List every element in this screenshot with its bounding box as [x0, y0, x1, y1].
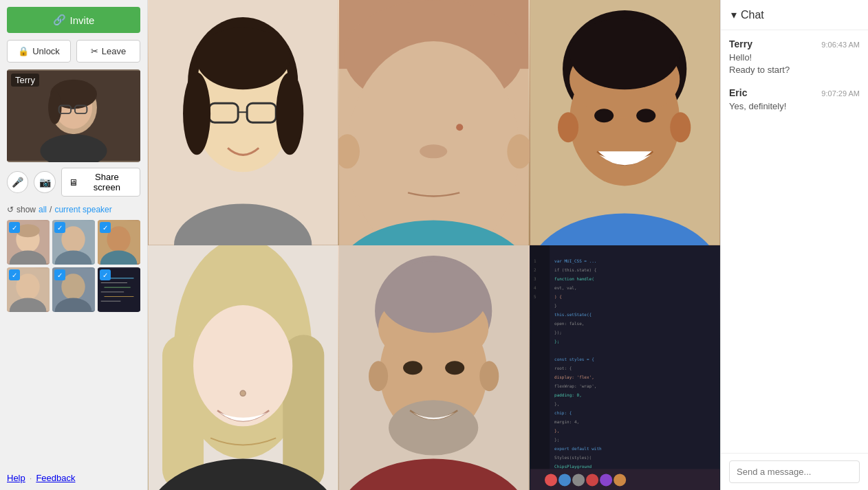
svg-text:2: 2 — [534, 267, 536, 272]
chat-meta-1: Terry 9:06:43 AM — [729, 38, 860, 49]
chat-chevron-icon: ▾ — [731, 8, 737, 21]
mic-icon: 🎤 — [12, 177, 23, 188]
chat-time-2: 9:07:29 AM — [821, 89, 860, 98]
thumbnail-6[interactable]: ✓ — [98, 267, 140, 312]
screen-icon: 🖥 — [69, 177, 78, 188]
thumb-check-5: ✓ — [54, 269, 65, 280]
main-video-grid: var MUI_CSS = ... if (this.state) { func… — [148, 0, 720, 490]
thumb-check-4: ✓ — [9, 269, 20, 280]
chat-message-1: Terry 9:06:43 AM Hello!Ready to start? — [729, 38, 860, 76]
video-cell-2 — [338, 0, 529, 245]
invite-button[interactable]: 🔗 Invite — [7, 7, 140, 33]
svg-text:3: 3 — [534, 276, 536, 281]
unlock-button[interactable]: 🔒 Unlock — [7, 40, 71, 63]
action-buttons: 🔒 Unlock ✂ Leave — [7, 40, 140, 63]
camera-icon: 📷 — [39, 177, 51, 188]
chat-panel: ▾ Chat Terry 9:06:43 AM Hello!Ready to s… — [720, 0, 868, 490]
video-cell-6: var MUI_CSS = ... if (this.state) { func… — [530, 245, 720, 491]
dot-sep: · — [30, 473, 32, 483]
leave-button[interactable]: ✂ Leave — [76, 40, 140, 63]
svg-point-117 — [558, 474, 571, 486]
all-filter-link[interactable]: all — [39, 205, 47, 214]
filter-separator: / — [50, 205, 52, 214]
svg-point-81 — [369, 361, 388, 391]
chat-input-area — [721, 453, 868, 490]
svg-point-120 — [600, 474, 612, 486]
svg-point-121 — [614, 474, 626, 486]
thumbnail-3[interactable]: ✓ — [98, 220, 140, 265]
svg-text:this.setState({: this.setState({ — [554, 312, 592, 317]
svg-text:flexWrap: 'wrap',: flexWrap: 'wrap', — [554, 383, 596, 389]
thumbnail-2[interactable]: ✓ — [52, 220, 95, 265]
svg-text:margin: 4,: margin: 4, — [554, 419, 579, 425]
chat-header-label: Chat — [741, 9, 764, 21]
share-screen-label: Share screen — [81, 172, 133, 192]
svg-text:padding: 0,: padding: 0, — [554, 392, 582, 398]
svg-text:open: false,: open: false, — [554, 321, 584, 326]
svg-point-118 — [572, 474, 585, 486]
self-preview: Terry — [7, 69, 140, 162]
feedback-link[interactable]: Feedback — [36, 473, 75, 483]
svg-text:) {: ) { — [554, 294, 562, 299]
svg-point-59 — [594, 109, 614, 122]
svg-point-36 — [196, 27, 290, 89]
svg-text:},: }, — [554, 428, 559, 433]
svg-point-82 — [480, 361, 499, 391]
thumbnail-5[interactable]: ✓ — [52, 267, 95, 312]
svg-text:if (this.state) {: if (this.state) { — [554, 267, 596, 272]
chat-sender-2: Eric — [729, 87, 747, 98]
svg-text:ChipsPlayground: ChipsPlayground — [554, 464, 592, 469]
svg-point-77 — [380, 261, 487, 333]
camera-button[interactable]: 📷 — [34, 171, 55, 193]
thumb-check-6: ✓ — [100, 269, 111, 280]
scissors-icon: ✂ — [91, 46, 98, 56]
chat-input[interactable] — [729, 460, 860, 483]
thumbnail-4[interactable]: ✓ — [7, 267, 50, 312]
svg-point-69 — [193, 305, 292, 426]
svg-text:}: } — [554, 303, 557, 308]
svg-text:1: 1 — [534, 258, 536, 263]
self-name-label: Terry — [11, 74, 39, 87]
chat-messages: Terry 9:06:43 AM Hello!Ready to start? E… — [721, 30, 868, 453]
svg-text:Styles(styles)(: Styles(styles)( — [554, 455, 592, 460]
svg-text:evt, val,: evt, val, — [554, 285, 577, 290]
svg-point-49 — [457, 124, 464, 131]
svg-point-79 — [403, 361, 422, 375]
video-cell-5 — [338, 245, 529, 491]
thumb-check-2: ✓ — [54, 222, 65, 233]
unlock-label: Unlock — [32, 46, 60, 56]
svg-point-116 — [545, 474, 557, 486]
svg-text:export default with: export default with — [554, 446, 602, 452]
svg-text:},: }, — [554, 401, 559, 406]
share-screen-button[interactable]: 🖥 Share screen — [61, 168, 140, 197]
svg-point-60 — [636, 109, 655, 122]
svg-text:4: 4 — [534, 285, 536, 290]
svg-point-70 — [240, 390, 246, 396]
svg-text:function handle(: function handle( — [554, 276, 594, 281]
svg-point-80 — [446, 361, 465, 375]
svg-text:var MUI_CSS = ...: var MUI_CSS = ... — [554, 258, 596, 264]
svg-point-48 — [420, 144, 447, 158]
svg-text:root: {: root: { — [554, 366, 572, 370]
current-speaker-filter-link[interactable]: current speaker — [54, 205, 111, 214]
footer-links: Help · Feedback — [0, 466, 147, 490]
thumbnail-1[interactable]: ✓ — [7, 220, 50, 265]
help-link[interactable]: Help — [7, 473, 25, 483]
svg-point-41 — [183, 72, 210, 155]
svg-point-42 — [276, 72, 303, 155]
mic-button[interactable]: 🎤 — [7, 171, 28, 193]
video-cell-1 — [148, 0, 338, 245]
svg-point-119 — [586, 474, 598, 486]
svg-text:chip: {: chip: { — [554, 410, 572, 416]
svg-text:const styles = {: const styles = { — [554, 357, 594, 362]
chat-message-2: Eric 9:07:29 AM Yes, definitely! — [729, 87, 860, 113]
svg-text:});: }); — [554, 330, 562, 335]
chat-sender-1: Terry — [729, 38, 752, 49]
show-filter: ↺ show all / current speaker — [7, 205, 140, 214]
link-icon: 🔗 — [53, 14, 66, 26]
video-cell-3 — [530, 0, 720, 245]
thumb-check-3: ✓ — [100, 222, 111, 233]
show-arrow-icon: ↺ — [7, 205, 14, 214]
media-controls: 🎤 📷 🖥 Share screen — [7, 168, 140, 197]
chat-text-1: Hello!Ready to start? — [729, 52, 860, 76]
